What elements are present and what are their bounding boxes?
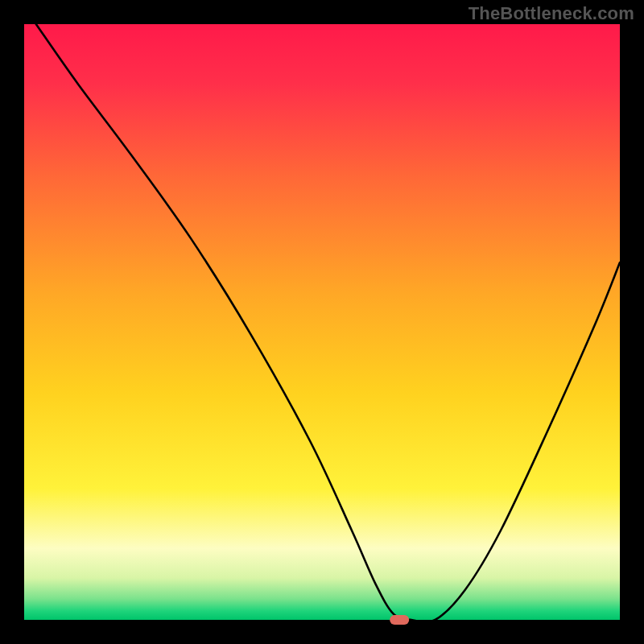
chart-container: { "watermark": "TheBottleneck.com", "cha… [0,0,644,644]
plot-background [24,24,620,620]
optimal-marker [390,615,409,625]
watermark-text: TheBottleneck.com [469,3,634,24]
bottleneck-chart [0,0,644,644]
